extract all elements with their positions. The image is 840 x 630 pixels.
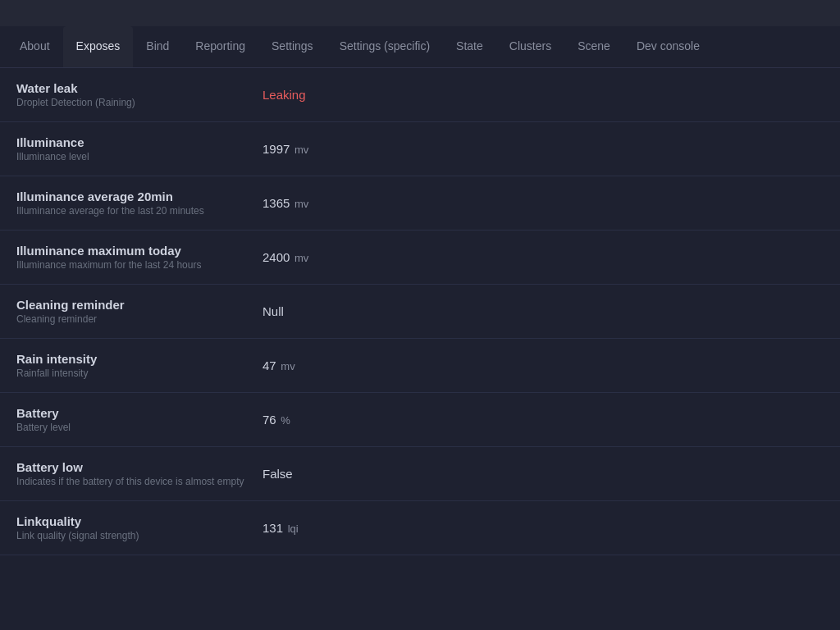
row-label-illuminance-max: Illuminance maximum today (16, 244, 262, 258)
tab-bind[interactable]: Bind (133, 26, 182, 67)
nav-tabs: AboutExposesBindReportingSettingsSetting… (0, 26, 840, 68)
content-area: Water leakDroplet Detection (Raining)Lea… (0, 68, 840, 608)
row-number-rain-intensity: 47 (262, 358, 276, 372)
row-label-section-illuminance-max: Illuminance maximum todayIlluminance max… (16, 244, 262, 271)
row-unit-illuminance: mv (291, 144, 308, 156)
tab-scene[interactable]: Scene (564, 26, 623, 67)
row-label-water-leak: Water leak (16, 81, 262, 95)
row-sublabel-battery-low: Indicates if the battery of this device … (16, 476, 262, 487)
row-label-section-linkquality: LinkqualityLink quality (signal strength… (16, 514, 262, 541)
data-row-water-leak: Water leakDroplet Detection (Raining)Lea… (0, 68, 840, 122)
data-row-illuminance: IlluminanceIlluminance level1997 mv (0, 122, 840, 176)
row-number-illuminance: 1997 (262, 142, 290, 156)
row-number-linkquality: 131 (262, 521, 283, 535)
tab-settings[interactable]: Settings (258, 26, 326, 67)
row-sublabel-water-leak: Droplet Detection (Raining) (16, 97, 262, 108)
row-label-illuminance-avg: Illuminance average 20min (16, 189, 262, 203)
tab-settings-specific[interactable]: Settings (specific) (326, 26, 443, 67)
row-value-illuminance-avg: 1365 mv (262, 196, 824, 210)
tab-about[interactable]: About (7, 26, 63, 67)
data-row-battery-low: Battery lowIndicates if the battery of t… (0, 447, 840, 501)
row-label-section-cleaning-reminder: Cleaning reminderCleaning reminder (16, 298, 262, 325)
row-label-battery-low: Battery low (16, 460, 262, 474)
row-sublabel-illuminance-avg: Illuminance average for the last 20 minu… (16, 205, 262, 217)
row-unit-linkquality: lqi (285, 523, 299, 535)
row-label-section-battery: BatteryBattery level (16, 406, 262, 433)
data-row-cleaning-reminder: Cleaning reminderCleaning reminderNull (0, 285, 840, 339)
row-sublabel-cleaning-reminder: Cleaning reminder (16, 313, 262, 325)
data-row-battery: BatteryBattery level76 % (0, 393, 840, 447)
row-label-section-illuminance-avg: Illuminance average 20minIlluminance ave… (16, 189, 262, 217)
row-number-battery: 76 (262, 413, 276, 427)
row-label-battery: Battery (16, 406, 262, 420)
row-unit-battery: % (278, 414, 290, 427)
row-number-illuminance-avg: 1365 (262, 196, 290, 210)
row-label-section-illuminance: IlluminanceIlluminance level (16, 135, 262, 162)
row-value-rain-intensity: 47 mv (262, 358, 824, 372)
row-label-linkquality: Linkquality (16, 514, 262, 528)
row-number-illuminance-max: 2400 (262, 250, 290, 264)
tab-clusters[interactable]: Clusters (496, 26, 564, 67)
row-label-section-battery-low: Battery lowIndicates if the battery of t… (16, 460, 262, 487)
data-row-illuminance-max: Illuminance maximum todayIlluminance max… (0, 231, 840, 285)
row-value-battery: 76 % (262, 413, 824, 427)
row-value-cleaning-reminder: Null (262, 304, 824, 318)
row-sublabel-rain-intensity: Rainfall intensity (16, 368, 262, 379)
header (0, 0, 840, 26)
data-row-rain-intensity: Rain intensityRainfall intensity47 mv (0, 339, 840, 393)
row-label-section-water-leak: Water leakDroplet Detection (Raining) (16, 81, 262, 108)
tab-exposes[interactable]: Exposes (63, 26, 134, 67)
row-label-illuminance: Illuminance (16, 135, 262, 149)
tab-reporting[interactable]: Reporting (182, 26, 258, 67)
row-value-battery-low: False (262, 467, 824, 481)
row-label-cleaning-reminder: Cleaning reminder (16, 298, 262, 312)
row-value-illuminance: 1997 mv (262, 142, 824, 156)
row-sublabel-illuminance: Illuminance level (16, 151, 262, 162)
row-sublabel-linkquality: Link quality (signal strength) (16, 530, 262, 541)
tab-state[interactable]: State (443, 26, 496, 67)
tab-dev-console[interactable]: Dev console (623, 26, 713, 67)
row-unit-rain-intensity: mv (278, 360, 295, 372)
row-value-illuminance-max: 2400 mv (262, 250, 824, 264)
row-sublabel-battery: Battery level (16, 422, 262, 433)
row-value-water-leak: Leaking (262, 88, 824, 102)
row-label-rain-intensity: Rain intensity (16, 352, 262, 366)
row-label-section-rain-intensity: Rain intensityRainfall intensity (16, 352, 262, 379)
data-row-linkquality: LinkqualityLink quality (signal strength… (0, 501, 840, 555)
row-sublabel-illuminance-max: Illuminance maximum for the last 24 hour… (16, 259, 262, 271)
row-value-linkquality: 131 lqi (262, 521, 824, 535)
row-unit-illuminance-avg: mv (291, 198, 308, 210)
data-row-illuminance-avg: Illuminance average 20minIlluminance ave… (0, 176, 840, 231)
row-unit-illuminance-max: mv (291, 252, 308, 264)
